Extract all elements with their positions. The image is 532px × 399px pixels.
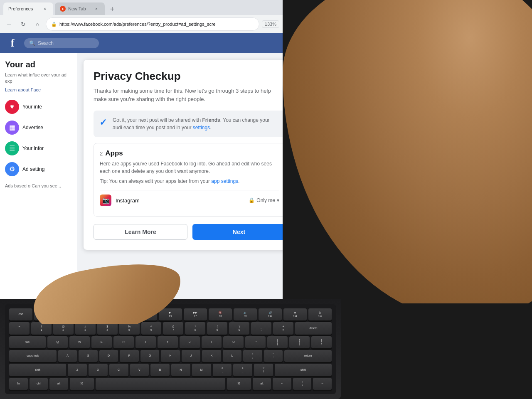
key-h[interactable]: H (161, 350, 180, 362)
tab-new-tab[interactable]: ● New Tab × (55, 2, 105, 15)
tab-preferences[interactable]: Preferences × (3, 2, 53, 15)
key-comma[interactable]: <, (213, 364, 232, 376)
key-5[interactable]: %5 (119, 322, 140, 334)
app-row: 📷 Instagram 🔒 Only me ▾ (100, 190, 279, 210)
app-settings-link[interactable]: app settings (211, 178, 238, 184)
next-button[interactable]: Next (192, 224, 283, 240)
modal-actions: Learn More Next (94, 224, 283, 240)
key-cmd-left[interactable]: ⌘ (70, 378, 94, 390)
key-t[interactable]: T (135, 336, 156, 348)
key-f3[interactable]: ⊕F3 (84, 308, 107, 320)
key-arrows-updown[interactable]: ↑↓ (293, 378, 312, 390)
key-n[interactable]: N (171, 364, 190, 376)
key-f[interactable]: F (120, 350, 139, 362)
key-ctrl[interactable]: ctrl (30, 378, 48, 390)
key-f2[interactable]: ☀F2 (59, 308, 82, 320)
key-shift-right[interactable]: shift (275, 364, 332, 376)
key-s[interactable]: S (79, 350, 98, 362)
key-9[interactable]: (9 (207, 322, 227, 334)
key-m[interactable]: M (192, 364, 211, 376)
key-w[interactable]: W (69, 336, 90, 348)
key-2[interactable]: @2 (53, 322, 74, 334)
key-1[interactable]: !1 (31, 322, 52, 334)
privacy-dropdown[interactable]: 🔒 Only me ▾ (249, 197, 279, 203)
key-period[interactable]: >. (233, 364, 252, 376)
key-semicolon[interactable]: :; (243, 350, 262, 362)
key-alt-left[interactable]: alt (49, 378, 68, 390)
key-f5[interactable]: ◀◀F5 (134, 308, 157, 320)
refresh-button[interactable]: ↻ (17, 18, 29, 30)
sidebar-item-interests[interactable]: ♥ Your inte (0, 96, 77, 117)
key-y[interactable]: Y (158, 336, 178, 348)
new-tab-button[interactable]: + (106, 3, 118, 15)
search-box[interactable]: 🔍 Search (24, 38, 99, 48)
key-f8[interactable]: 🔇F8 (209, 308, 232, 320)
key-cmd-right[interactable]: ⌘ (227, 378, 251, 390)
back-button[interactable]: ← (3, 18, 15, 30)
key-caps[interactable]: caps lock (9, 350, 57, 362)
privacy-lock-icon: 🔒 (249, 197, 255, 203)
key-f11[interactable]: ⏏F11 (283, 308, 307, 320)
key-u[interactable]: U (180, 336, 200, 348)
tab-close-new[interactable]: × (93, 5, 100, 12)
key-p[interactable]: P (245, 336, 266, 348)
key-0[interactable]: )0 (229, 322, 249, 334)
key-return[interactable]: return (284, 350, 332, 362)
key-l[interactable]: L (223, 350, 242, 362)
sidebar-item-settings[interactable]: ⚙ Ad setting (0, 159, 77, 180)
key-fn[interactable]: fn (9, 378, 28, 390)
modal-subtitle: Thanks for making some time for this. No… (94, 87, 283, 103)
key-g[interactable]: G (140, 350, 160, 362)
key-r[interactable]: R (113, 336, 134, 348)
key-arrow-left[interactable]: ← (273, 378, 291, 390)
key-f10[interactable]: 🔊F10 (259, 308, 282, 320)
key-7[interactable]: &7 (163, 322, 183, 334)
key-d[interactable]: D (99, 350, 118, 362)
key-3[interactable]: #3 (75, 322, 96, 334)
key-z[interactable]: Z (68, 364, 87, 376)
key-b[interactable]: B (150, 364, 170, 376)
tab-close-preferences[interactable]: × (42, 5, 48, 12)
key-o[interactable]: O (223, 336, 244, 348)
key-i[interactable]: I (202, 336, 222, 348)
key-tilde[interactable]: ~` (9, 322, 30, 334)
key-k[interactable]: K (202, 350, 221, 362)
sidebar-item-advertisers[interactable]: ▦ Advertise (0, 117, 77, 138)
key-f12[interactable]: ⏻F12 (308, 308, 332, 320)
key-8[interactable]: *8 (185, 322, 205, 334)
key-a[interactable]: A (58, 350, 77, 362)
key-f1[interactable]: ☀F1 (34, 308, 57, 320)
key-delete[interactable]: delete (295, 322, 332, 334)
key-c[interactable]: C (109, 364, 128, 376)
key-tab[interactable]: tab (9, 336, 46, 348)
key-equals[interactable]: += (273, 322, 293, 334)
key-slash[interactable]: ?/ (254, 364, 273, 376)
key-arrow-right[interactable]: → (313, 378, 332, 390)
key-f7[interactable]: ▶▶F7 (184, 308, 207, 320)
key-f4[interactable]: ☰F4 (109, 308, 132, 320)
key-backslash[interactable]: |\ (311, 336, 332, 348)
step-tip: Tip: You can always edit your apps later… (100, 178, 279, 184)
key-minus[interactable]: _- (251, 322, 271, 334)
key-6[interactable]: ^6 (141, 322, 162, 334)
key-space[interactable] (96, 378, 225, 390)
key-f9[interactable]: 🔉F9 (234, 308, 257, 320)
home-button[interactable]: ⌂ (32, 18, 43, 30)
key-x[interactable]: X (89, 364, 108, 376)
key-j[interactable]: J (182, 350, 201, 362)
key-q[interactable]: Q (47, 336, 68, 348)
key-e[interactable]: E (91, 336, 112, 348)
key-4[interactable]: $4 (97, 322, 118, 334)
key-bracket-right[interactable]: }] (289, 336, 310, 348)
key-alt-right[interactable]: alt (253, 378, 271, 390)
key-v[interactable]: V (130, 364, 149, 376)
key-f6[interactable]: ▶F6 (159, 308, 182, 320)
key-esc[interactable]: esc (9, 308, 32, 320)
address-bar[interactable]: 🔒 https://www.facebook.com/ads/preferenc… (46, 17, 259, 31)
key-bracket-left[interactable]: {[ (267, 336, 288, 348)
sidebar-link[interactable]: Learn about Face (0, 87, 77, 96)
learn-more-button[interactable]: Learn More (94, 224, 187, 240)
key-shift-left[interactable]: shift (9, 364, 66, 376)
key-quote[interactable]: "' (264, 350, 283, 362)
sidebar-item-info[interactable]: ☰ Your infor (0, 138, 77, 159)
